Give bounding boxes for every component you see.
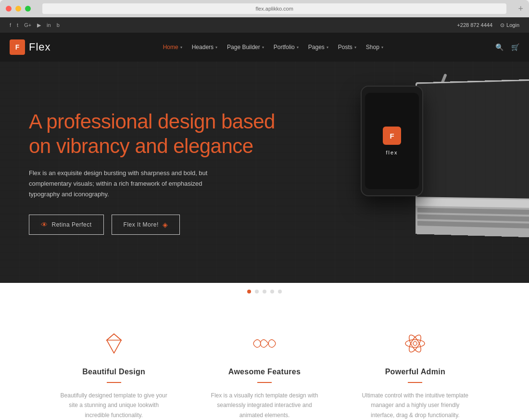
youtube-icon[interactable]: ▶: [37, 22, 41, 28]
hero-buttons: 👁 Retina Perfect Flex It More! ◈: [29, 215, 279, 235]
svg-line-3: [114, 334, 121, 340]
slider-dot-5[interactable]: [278, 290, 282, 293]
slider-dot-3[interactable]: [263, 290, 266, 293]
slider-dot-4[interactable]: [270, 290, 274, 293]
nav-home-label: Home: [163, 44, 178, 51]
nav-item-home[interactable]: Home ▾: [163, 44, 182, 51]
slider-dot-2[interactable]: [255, 290, 259, 293]
nav-headers-label: Headers: [192, 44, 214, 51]
retina-perfect-button[interactable]: 👁 Retina Perfect: [29, 215, 104, 235]
nav-item-pagebuilder[interactable]: Page Builder ▾: [227, 44, 264, 51]
retina-button-label: Retina Perfect: [52, 221, 92, 228]
header-contact: +228 872 4444 ⊙ Login: [457, 22, 519, 28]
logo-letter: F: [15, 43, 20, 51]
nav-shop-label: Shop: [366, 44, 379, 51]
infinity-feature-icon: [250, 329, 279, 358]
feature-2-title: Awesome Features: [208, 368, 320, 376]
svg-line-5: [114, 340, 121, 353]
nav-pagebuilder-label: Page Builder: [227, 44, 260, 51]
social-icons-list: f t G+ ▶ in b: [10, 22, 60, 28]
features-section: Beautiful Design Beautifully designed te…: [0, 300, 529, 420]
slider-dot-1[interactable]: [247, 290, 251, 293]
nav-item-headers[interactable]: Headers ▾: [192, 44, 217, 51]
browser-maximize-dot[interactable]: [25, 6, 31, 12]
user-icon: ⊙: [500, 22, 504, 28]
hero-section: F flex A professional design based on vi…: [0, 62, 529, 283]
feature-2-divider: [257, 382, 272, 383]
slider-dots: [0, 283, 529, 300]
nav-item-pages[interactable]: Pages ▾: [308, 44, 328, 51]
eye-icon: 👁: [41, 221, 48, 229]
linkedin-icon[interactable]: in: [47, 22, 51, 28]
phone-number: +228 872 4444: [457, 22, 492, 28]
svg-point-7: [405, 340, 425, 347]
cart-icon[interactable]: 🛒: [511, 43, 519, 51]
chevron-down-icon: ▾: [381, 45, 383, 50]
facebook-icon[interactable]: f: [10, 22, 11, 28]
diamond-feature-icon: [100, 329, 128, 358]
feature-3-description: Ultimate control with the intuitive temp…: [359, 391, 471, 420]
search-icon[interactable]: 🔍: [495, 43, 504, 51]
nav-action-icons: 🔍 🛒: [495, 43, 519, 51]
login-link[interactable]: ⊙ Login: [500, 22, 519, 28]
svg-line-2: [107, 334, 114, 340]
features-grid: Beautiful Design Beautifully designed te…: [48, 329, 481, 420]
browser-window: flex.aplikko.com + f t G+ ▶ in b +228 87…: [0, 0, 529, 420]
feature-beautiful-design: Beautiful Design Beautifully designed te…: [48, 329, 179, 420]
nav-item-portfolio[interactable]: Portfolio ▾: [274, 44, 299, 51]
login-label: Login: [506, 22, 519, 28]
site-logo[interactable]: F Flex: [10, 39, 51, 55]
svg-marker-1: [107, 334, 121, 340]
nav-menu: Home ▾ Headers ▾ Page Builder ▾ Portfoli…: [163, 44, 383, 51]
atom-feature-icon: [401, 329, 429, 358]
chevron-down-icon: ▾: [327, 45, 328, 50]
nav-item-shop[interactable]: Shop ▾: [366, 44, 383, 51]
chevron-down-icon: ▾: [354, 45, 356, 50]
url-text: flex.aplikko.com: [256, 6, 293, 12]
flex-button-label: Flex It More!: [124, 221, 159, 228]
new-tab-button[interactable]: +: [518, 4, 523, 14]
phone-logo-icon: F: [383, 127, 401, 145]
twitter-icon[interactable]: t: [17, 22, 18, 28]
nav-item-posts[interactable]: Posts ▾: [338, 44, 356, 51]
diamond-icon: ◈: [163, 221, 168, 229]
browser-titlebar: flex.aplikko.com +: [0, 0, 529, 17]
chevron-down-icon: ▾: [297, 45, 299, 50]
feature-awesome-features: Awesome Features Flex is a visually rich…: [199, 329, 330, 420]
nav-portfolio-label: Portfolio: [274, 44, 295, 51]
laptop-mockup: [416, 79, 529, 236]
feature-1-divider: [107, 382, 121, 383]
hero-title: A professional design based on vibrancy …: [29, 110, 279, 158]
feature-3-divider: [408, 382, 422, 383]
hero-content: A professional design based on vibrancy …: [29, 110, 279, 234]
behance-icon[interactable]: b: [57, 22, 60, 28]
svg-point-6: [413, 342, 417, 345]
main-navbar: F Flex Home ▾ Headers ▾ Page Builder ▾ P…: [0, 33, 529, 62]
browser-close-dot[interactable]: [6, 6, 12, 12]
phone-mockup: F flex: [361, 86, 423, 196]
logo-text: Flex: [29, 41, 51, 53]
phone-brand-text: flex: [386, 150, 398, 155]
nav-pages-label: Pages: [308, 44, 325, 51]
chevron-down-icon: ▾: [262, 45, 264, 50]
feature-2-description: Flex is a visually rich template design …: [208, 391, 320, 420]
googleplus-icon[interactable]: G+: [24, 22, 31, 28]
feature-3-title: Powerful Admin: [359, 368, 471, 376]
feature-1-title: Beautiful Design: [58, 368, 170, 376]
svg-line-4: [107, 340, 114, 353]
feature-1-description: Beautifully designed template to give yo…: [58, 391, 170, 420]
hero-description: Flex is an exquisite design bursting wit…: [29, 168, 221, 200]
feature-powerful-admin: Powerful Admin Ultimate control with the…: [350, 329, 481, 420]
social-bar: f t G+ ▶ in b +228 872 4444 ⊙ Login: [0, 17, 529, 33]
browser-minimize-dot[interactable]: [15, 6, 21, 12]
address-bar[interactable]: flex.aplikko.com: [42, 3, 506, 14]
chevron-down-icon: ▾: [180, 45, 182, 50]
nav-posts-label: Posts: [338, 44, 353, 51]
logo-icon: F: [10, 39, 25, 55]
flex-more-button[interactable]: Flex It More! ◈: [112, 215, 180, 235]
chevron-down-icon: ▾: [215, 45, 217, 50]
